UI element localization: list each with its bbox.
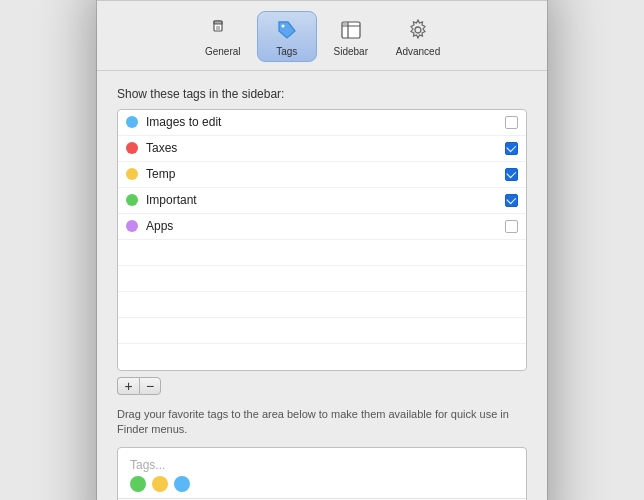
add-tag-button[interactable]: + <box>117 377 139 395</box>
tags-list: Images to edit Taxes Temp Important Apps <box>117 109 527 371</box>
tag-row: Taxes <box>118 136 526 162</box>
tag-row: Important <box>118 188 526 214</box>
titlebar: Finder Preferences <box>97 0 547 1</box>
tag-name-important: Important <box>146 193 505 207</box>
advanced-icon <box>404 16 432 44</box>
tab-tags[interactable]: Tags <box>257 11 317 62</box>
sidebar-label: Sidebar <box>334 46 368 57</box>
sidebar-icon <box>337 16 365 44</box>
tab-sidebar[interactable]: Sidebar <box>321 11 381 62</box>
tag-checkbox-taxes[interactable] <box>505 142 518 155</box>
tag-name-apps: Apps <box>146 219 505 233</box>
tag-empty-row <box>118 240 526 266</box>
svg-rect-8 <box>343 23 347 25</box>
tag-checkbox-important[interactable] <box>505 194 518 207</box>
tag-name-taxes: Taxes <box>146 141 505 155</box>
tag-checkbox-temp[interactable] <box>505 168 518 181</box>
favorite-tags-placeholder: Tags... <box>130 458 165 472</box>
svg-rect-1 <box>214 21 222 24</box>
tag-empty-row <box>118 344 526 370</box>
tag-row: Temp <box>118 162 526 188</box>
tag-name-temp: Temp <box>146 167 505 181</box>
drag-info-text: Drag your favorite tags to the area belo… <box>117 407 527 438</box>
add-remove-buttons: + − <box>117 377 527 395</box>
tag-empty-row <box>118 292 526 318</box>
tag-dot-temp <box>126 168 138 180</box>
tag-row: Images to edit <box>118 110 526 136</box>
tag-dot-important <box>126 194 138 206</box>
tag-checkbox-apps[interactable] <box>505 220 518 233</box>
favorite-tags-dots <box>118 448 526 498</box>
section-title: Show these tags in the sidebar: <box>117 87 527 101</box>
tab-advanced[interactable]: Advanced <box>385 11 451 62</box>
tag-dot-apps <box>126 220 138 232</box>
remove-tag-button[interactable]: − <box>139 377 161 395</box>
tags-icon <box>273 16 301 44</box>
svg-point-4 <box>281 24 284 27</box>
tag-dot-images <box>126 116 138 128</box>
fav-dot-green <box>130 476 146 492</box>
tag-dot-taxes <box>126 142 138 154</box>
tag-empty-row <box>118 318 526 344</box>
toolbar: General Tags Sidebar <box>97 1 547 71</box>
fav-dot-blue <box>174 476 190 492</box>
tags-label: Tags <box>276 46 297 57</box>
advanced-label: Advanced <box>396 46 440 57</box>
fav-dot-yellow <box>152 476 168 492</box>
tag-row: Apps <box>118 214 526 240</box>
general-icon <box>209 16 237 44</box>
finder-preferences-window: Finder Preferences General <box>97 0 547 500</box>
tab-general[interactable]: General <box>193 11 253 62</box>
content-area: Show these tags in the sidebar: Images t… <box>97 71 547 500</box>
general-label: General <box>205 46 241 57</box>
svg-point-9 <box>415 27 421 33</box>
tag-empty-row <box>118 266 526 292</box>
favorite-tags-area[interactable]: Tags... Favorite Tags <box>117 447 527 500</box>
tag-name-images: Images to edit <box>146 115 505 129</box>
tag-checkbox-images[interactable] <box>505 116 518 129</box>
